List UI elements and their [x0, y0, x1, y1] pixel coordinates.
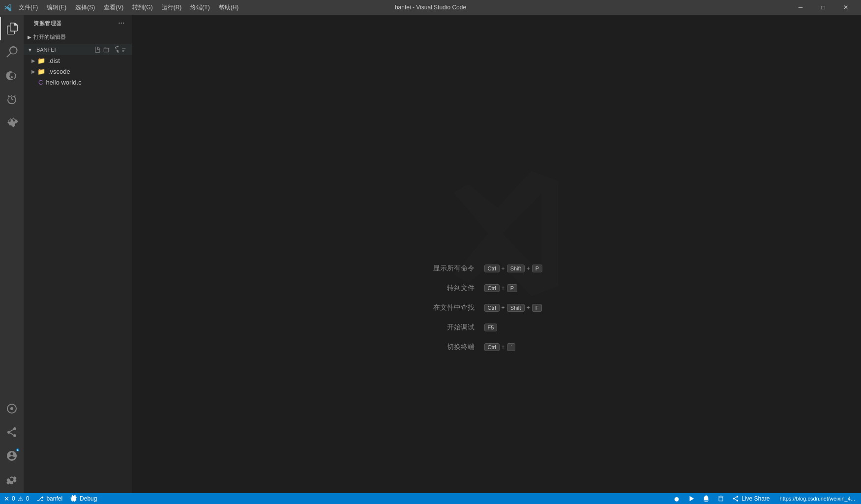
tree-item-hello[interactable]: C hello world.c — [24, 77, 132, 88]
key-plus5: + — [527, 304, 530, 311]
key-ctrl3: Ctrl — [484, 304, 500, 312]
status-settings-sync[interactable] — [669, 493, 684, 504]
dist-folder-icon: 📁 — [37, 57, 45, 64]
menu-goto[interactable]: 转到(G) — [128, 2, 156, 13]
menu-help[interactable]: 帮助(H) — [215, 2, 243, 13]
explorer-activity-icon[interactable] — [0, 17, 24, 40]
shortcut-keys-find: Ctrl + Shift + F — [484, 304, 542, 312]
project-actions — [93, 46, 128, 54]
sidebar-more-button[interactable]: ··· — [117, 19, 126, 28]
status-errors-warnings[interactable]: ✕ 0 ⚠ 0 — [0, 493, 33, 504]
remote-activity-icon[interactable] — [0, 397, 24, 420]
debug-text: Debug — [80, 495, 97, 502]
project-header-left: ▼ BANFEI — [28, 47, 56, 53]
key-plus4: + — [502, 304, 505, 311]
c-file-icon: C — [38, 79, 43, 86]
debug-icon — [70, 495, 77, 502]
key-ctrl2: Ctrl — [484, 284, 500, 292]
shortcut-row-terminal: 切换终端 Ctrl + ` — [411, 343, 583, 352]
status-url: https://blog.csdn.net/weixin_4... — [774, 496, 861, 502]
liveshare-status-icon — [732, 495, 739, 502]
tree-item-dist[interactable]: ▶ 📁 .dist — [24, 55, 132, 66]
menu-file[interactable]: 文件(F) — [15, 2, 42, 13]
key-shift2: Shift — [507, 304, 525, 312]
project-section: ▼ BANFEI — [24, 44, 132, 88]
activity-bar: 1 — [0, 15, 24, 493]
welcome-shortcuts: 显示所有命令 Ctrl + Shift + P 转到文件 Ctrl + P 在文 — [411, 264, 583, 405]
new-file-button[interactable] — [93, 46, 101, 54]
menu-run[interactable]: 运行(R) — [158, 2, 186, 13]
collapse-button[interactable] — [120, 46, 128, 54]
menu-terminal[interactable]: 终端(T) — [186, 2, 213, 13]
status-liveshare[interactable]: Live Share — [728, 493, 773, 504]
vscode-logo-icon — [4, 3, 12, 11]
menu-bar: 文件(F) 编辑(E) 选择(S) 查看(V) 转到(G) 运行(R) 终端(T… — [15, 2, 242, 13]
shortcut-label-debug: 开始调试 — [411, 323, 475, 332]
shortcut-label-find: 在文件中查找 — [411, 303, 475, 312]
warning-icon: ⚠ — [18, 495, 24, 503]
status-git-branch[interactable]: ⎇ banfei — [33, 493, 66, 504]
play-icon — [688, 495, 695, 502]
close-button[interactable]: ✕ — [834, 0, 857, 15]
key-backtick: ` — [507, 343, 516, 351]
source-control-activity-icon[interactable] — [0, 64, 24, 88]
key-f5: F5 — [484, 324, 498, 331]
refresh-button[interactable] — [111, 46, 119, 54]
vscode-folder-icon: 📁 — [37, 68, 45, 75]
maximize-button[interactable]: □ — [812, 0, 834, 15]
project-header[interactable]: ▼ BANFEI — [24, 44, 132, 55]
open-editors-arrow: ▶ — [28, 34, 31, 40]
settings-activity-icon[interactable] — [0, 468, 24, 491]
status-trash[interactable] — [713, 493, 728, 504]
key-ctrl: Ctrl — [484, 265, 500, 272]
warning-count: 0 — [26, 495, 30, 502]
vscode-label: .vscode — [48, 68, 70, 75]
key-f: F — [532, 304, 542, 312]
hello-label: hello world.c — [46, 79, 81, 86]
shortcut-row-commands: 显示所有命令 Ctrl + Shift + P — [411, 264, 583, 273]
menu-selection[interactable]: 选择(S) — [71, 2, 99, 13]
menu-edit[interactable]: 编辑(E) — [43, 2, 70, 13]
accounts-activity-icon[interactable]: 1 — [0, 444, 24, 468]
sidebar-title: 资源管理器 — [33, 20, 62, 27]
run-debug-activity-icon[interactable] — [0, 88, 24, 111]
status-run-play[interactable] — [684, 493, 699, 504]
search-activity-icon[interactable] — [0, 40, 24, 64]
shortcut-row-find: 在文件中查找 Ctrl + Shift + F — [411, 303, 583, 312]
key-shift: Shift — [507, 265, 525, 272]
shortcut-label-file: 转到文件 — [411, 284, 475, 293]
settings-sync-icon — [673, 495, 680, 502]
file-tree: ▶ 📁 .dist ▶ 📁 .vscode C hello world.c — [24, 55, 132, 88]
open-editors-header[interactable]: ▶ 打开的编辑器 — [24, 31, 132, 42]
new-folder-button[interactable] — [102, 46, 110, 54]
shortcut-row-debug: 开始调试 F5 — [411, 323, 583, 332]
menu-view[interactable]: 查看(V) — [100, 2, 127, 13]
shortcut-label-commands: 显示所有命令 — [411, 264, 475, 273]
status-debug[interactable]: banfei Debug — [66, 493, 101, 504]
svg-point-1 — [10, 407, 13, 410]
window-title: banfei - Visual Studio Code — [395, 4, 466, 11]
open-editors-section: ▶ 打开的编辑器 — [24, 30, 132, 44]
shortcut-keys-file: Ctrl + P — [484, 284, 517, 292]
git-branch-name: banfei — [46, 495, 62, 502]
vscode-arrow-icon: ▶ — [31, 69, 35, 74]
shortcut-keys-debug: F5 — [484, 324, 498, 331]
sidebar-header-actions: ··· — [117, 19, 126, 28]
minimize-button[interactable]: ─ — [789, 0, 812, 15]
shortcut-row-file: 转到文件 Ctrl + P — [411, 284, 583, 293]
project-arrow: ▼ — [28, 47, 32, 53]
status-notifications[interactable] — [699, 493, 713, 504]
sidebar: 资源管理器 ··· ▶ 打开的编辑器 ▼ BANFEI — [24, 15, 132, 493]
project-name: BANFEI — [36, 47, 56, 53]
trash-icon — [717, 495, 724, 502]
error-count: 0 — [12, 495, 15, 502]
liveshare-activity-icon2[interactable] — [0, 420, 24, 444]
key-plus6: + — [502, 344, 505, 351]
tree-item-vscode[interactable]: ▶ 📁 .vscode — [24, 66, 132, 77]
extensions-activity-icon[interactable] — [0, 111, 24, 135]
key-plus3: + — [502, 285, 505, 292]
key-p2: P — [507, 284, 517, 292]
open-editors-label: 打开的编辑器 — [33, 33, 66, 41]
title-bar-left: 文件(F) 编辑(E) 选择(S) 查看(V) 转到(G) 运行(R) 终端(T… — [4, 2, 242, 13]
key-ctrl4: Ctrl — [484, 343, 500, 351]
